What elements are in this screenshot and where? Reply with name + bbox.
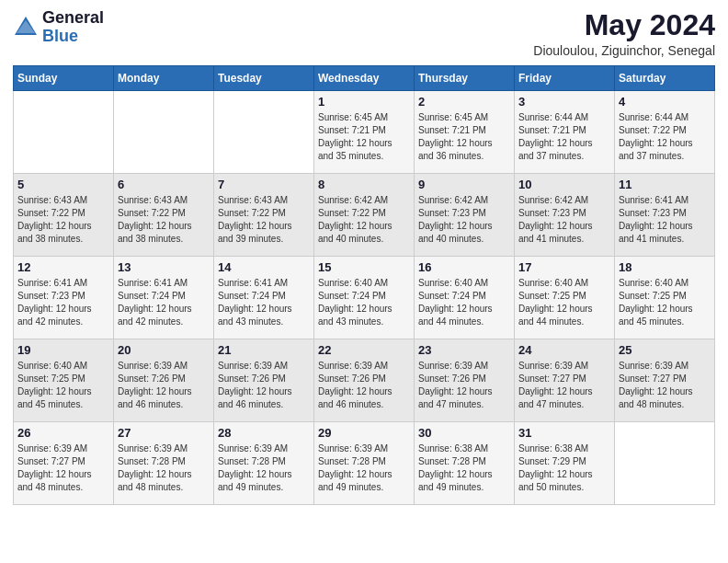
day-info: Sunrise: 6:39 AM Sunset: 7:28 PM Dayligh… [318, 442, 410, 494]
day-number: 12 [17, 260, 109, 274]
day-number: 8 [318, 178, 410, 191]
day-number: 25 [619, 343, 711, 357]
day-number: 9 [418, 178, 510, 191]
weekday-wednesday: Wednesday [314, 66, 415, 91]
day-number: 17 [518, 260, 610, 274]
day-cell: 23Sunrise: 6:39 AM Sunset: 7:26 PM Dayli… [415, 339, 515, 422]
day-number: 10 [518, 178, 610, 191]
day-cell: 17Sunrise: 6:40 AM Sunset: 7:25 PM Dayli… [515, 257, 615, 339]
day-info: Sunrise: 6:42 AM Sunset: 7:23 PM Dayligh… [418, 194, 510, 246]
day-cell: 26Sunrise: 6:39 AM Sunset: 7:27 PM Dayli… [14, 422, 114, 505]
day-info: Sunrise: 6:44 AM Sunset: 7:22 PM Dayligh… [619, 111, 711, 163]
day-cell: 6Sunrise: 6:43 AM Sunset: 7:22 PM Daylig… [114, 174, 214, 257]
day-cell [615, 422, 715, 505]
month-year: May 2024 [533, 9, 715, 41]
day-info: Sunrise: 6:40 AM Sunset: 7:24 PM Dayligh… [318, 277, 410, 328]
day-info: Sunrise: 6:44 AM Sunset: 7:21 PM Dayligh… [518, 111, 610, 163]
week-row-2: 5Sunrise: 6:43 AM Sunset: 7:22 PM Daylig… [14, 174, 715, 257]
day-number: 28 [218, 426, 310, 440]
day-cell [114, 91, 214, 174]
day-number: 11 [619, 178, 711, 191]
day-cell: 3Sunrise: 6:44 AM Sunset: 7:21 PM Daylig… [515, 91, 615, 174]
weekday-saturday: Saturday [615, 66, 715, 91]
day-info: Sunrise: 6:45 AM Sunset: 7:21 PM Dayligh… [418, 111, 510, 163]
week-row-5: 26Sunrise: 6:39 AM Sunset: 7:27 PM Dayli… [14, 422, 715, 505]
weekday-sunday: Sunday [14, 66, 114, 91]
svg-marker-1 [17, 20, 35, 33]
location: Diouloulou, Ziguinchor, Senegal [533, 43, 715, 58]
day-info: Sunrise: 6:41 AM Sunset: 7:24 PM Dayligh… [118, 277, 210, 328]
week-row-3: 12Sunrise: 6:41 AM Sunset: 7:23 PM Dayli… [14, 257, 715, 339]
logo-text: General Blue [42, 9, 104, 46]
day-info: Sunrise: 6:39 AM Sunset: 7:27 PM Dayligh… [619, 360, 711, 411]
day-number: 18 [619, 260, 711, 274]
page: General Blue May 2024 Diouloulou, Ziguin… [0, 0, 728, 518]
day-cell: 30Sunrise: 6:38 AM Sunset: 7:28 PM Dayli… [415, 422, 515, 505]
day-info: Sunrise: 6:40 AM Sunset: 7:25 PM Dayligh… [17, 360, 109, 411]
day-cell: 25Sunrise: 6:39 AM Sunset: 7:27 PM Dayli… [615, 339, 715, 422]
day-cell: 4Sunrise: 6:44 AM Sunset: 7:22 PM Daylig… [615, 91, 715, 174]
weekday-tuesday: Tuesday [214, 66, 314, 91]
day-info: Sunrise: 6:41 AM Sunset: 7:23 PM Dayligh… [619, 194, 711, 246]
day-info: Sunrise: 6:40 AM Sunset: 7:24 PM Dayligh… [418, 277, 510, 328]
weekday-thursday: Thursday [415, 66, 515, 91]
day-info: Sunrise: 6:45 AM Sunset: 7:21 PM Dayligh… [318, 111, 410, 163]
day-number: 23 [418, 343, 510, 357]
logo-icon [13, 15, 39, 40]
day-cell: 20Sunrise: 6:39 AM Sunset: 7:26 PM Dayli… [114, 339, 214, 422]
day-cell: 13Sunrise: 6:41 AM Sunset: 7:24 PM Dayli… [114, 257, 214, 339]
title-block: May 2024 Diouloulou, Ziguinchor, Senegal [533, 9, 715, 58]
day-cell: 19Sunrise: 6:40 AM Sunset: 7:25 PM Dayli… [14, 339, 114, 422]
logo-blue: Blue [42, 28, 104, 46]
day-cell: 1Sunrise: 6:45 AM Sunset: 7:21 PM Daylig… [314, 91, 415, 174]
week-row-1: 1Sunrise: 6:45 AM Sunset: 7:21 PM Daylig… [14, 91, 715, 174]
day-info: Sunrise: 6:41 AM Sunset: 7:23 PM Dayligh… [17, 277, 109, 328]
day-info: Sunrise: 6:39 AM Sunset: 7:28 PM Dayligh… [118, 442, 210, 494]
day-cell: 2Sunrise: 6:45 AM Sunset: 7:21 PM Daylig… [415, 91, 515, 174]
day-cell: 21Sunrise: 6:39 AM Sunset: 7:26 PM Dayli… [214, 339, 314, 422]
day-cell: 7Sunrise: 6:43 AM Sunset: 7:22 PM Daylig… [214, 174, 314, 257]
day-info: Sunrise: 6:40 AM Sunset: 7:25 PM Dayligh… [619, 277, 711, 328]
weekday-monday: Monday [114, 66, 214, 91]
weekday-header-row: SundayMondayTuesdayWednesdayThursdayFrid… [14, 66, 715, 91]
day-number: 29 [318, 426, 410, 440]
logo: General Blue [13, 9, 104, 46]
day-cell: 9Sunrise: 6:42 AM Sunset: 7:23 PM Daylig… [415, 174, 515, 257]
day-cell: 27Sunrise: 6:39 AM Sunset: 7:28 PM Dayli… [114, 422, 214, 505]
day-info: Sunrise: 6:39 AM Sunset: 7:26 PM Dayligh… [318, 360, 410, 411]
day-cell: 31Sunrise: 6:38 AM Sunset: 7:29 PM Dayli… [515, 422, 615, 505]
day-info: Sunrise: 6:40 AM Sunset: 7:25 PM Dayligh… [518, 277, 610, 328]
day-number: 24 [518, 343, 610, 357]
day-info: Sunrise: 6:39 AM Sunset: 7:26 PM Dayligh… [218, 360, 310, 411]
day-number: 3 [518, 95, 610, 109]
week-row-4: 19Sunrise: 6:40 AM Sunset: 7:25 PM Dayli… [14, 339, 715, 422]
day-number: 30 [418, 426, 510, 440]
calendar-table: SundayMondayTuesdayWednesdayThursdayFrid… [13, 65, 715, 505]
day-number: 4 [619, 95, 711, 109]
day-info: Sunrise: 6:39 AM Sunset: 7:26 PM Dayligh… [418, 360, 510, 411]
day-cell: 11Sunrise: 6:41 AM Sunset: 7:23 PM Dayli… [615, 174, 715, 257]
day-cell: 5Sunrise: 6:43 AM Sunset: 7:22 PM Daylig… [14, 174, 114, 257]
day-number: 16 [418, 260, 510, 274]
day-number: 26 [17, 426, 109, 440]
day-info: Sunrise: 6:42 AM Sunset: 7:22 PM Dayligh… [318, 194, 410, 246]
day-number: 27 [118, 426, 210, 440]
day-cell [14, 91, 114, 174]
day-cell: 18Sunrise: 6:40 AM Sunset: 7:25 PM Dayli… [615, 257, 715, 339]
day-number: 14 [218, 260, 310, 274]
weekday-friday: Friday [515, 66, 615, 91]
day-number: 15 [318, 260, 410, 274]
day-cell: 12Sunrise: 6:41 AM Sunset: 7:23 PM Dayli… [14, 257, 114, 339]
day-info: Sunrise: 6:43 AM Sunset: 7:22 PM Dayligh… [17, 194, 109, 246]
day-cell: 22Sunrise: 6:39 AM Sunset: 7:26 PM Dayli… [314, 339, 415, 422]
day-cell: 8Sunrise: 6:42 AM Sunset: 7:22 PM Daylig… [314, 174, 415, 257]
day-number: 22 [318, 343, 410, 357]
day-number: 31 [518, 426, 610, 440]
day-info: Sunrise: 6:41 AM Sunset: 7:24 PM Dayligh… [218, 277, 310, 328]
day-info: Sunrise: 6:43 AM Sunset: 7:22 PM Dayligh… [118, 194, 210, 246]
day-cell [214, 91, 314, 174]
day-info: Sunrise: 6:39 AM Sunset: 7:26 PM Dayligh… [118, 360, 210, 411]
day-number: 1 [318, 95, 410, 109]
day-cell: 29Sunrise: 6:39 AM Sunset: 7:28 PM Dayli… [314, 422, 415, 505]
day-cell: 15Sunrise: 6:40 AM Sunset: 7:24 PM Dayli… [314, 257, 415, 339]
